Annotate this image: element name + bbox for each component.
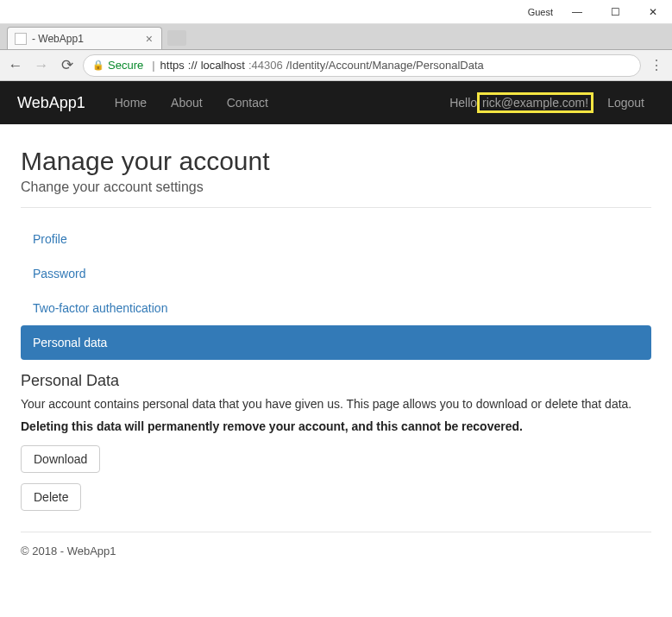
new-tab-button[interactable] — [167, 30, 186, 46]
divider — [21, 207, 651, 208]
maximize-button[interactable]: ☐ — [596, 0, 634, 24]
page-subtitle: Change your account settings — [21, 179, 651, 195]
addr-separator: | — [152, 59, 154, 72]
url-path: /Identity/Account/Manage/PersonalData — [286, 59, 484, 72]
manage-nav-twofactor-link[interactable]: Two-factor authentication — [33, 301, 167, 315]
tab-title: - WebApp1 — [32, 33, 144, 45]
section-body: Your account contains personal data that… — [21, 397, 651, 411]
favicon-icon — [15, 33, 27, 45]
guest-label: Guest — [528, 7, 553, 17]
page-content: Manage your account Change your account … — [0, 124, 672, 578]
nav-logout[interactable]: Logout — [597, 81, 655, 124]
manage-nav-twofactor[interactable]: Two-factor authentication — [21, 291, 651, 325]
app-navbar: WebApp1 Home About Contact Hello rick@ex… — [0, 81, 672, 124]
close-tab-icon[interactable]: × — [144, 32, 154, 46]
nav-contact[interactable]: Contact — [215, 81, 280, 124]
address-bar[interactable]: 🔒 Secure | https://localhost:44306/Ident… — [83, 54, 641, 77]
back-button[interactable]: ← — [5, 55, 26, 76]
download-button[interactable]: Download — [21, 445, 100, 473]
url-host: localhost — [201, 59, 245, 72]
nav-hello[interactable]: Hello rick@example.com! — [439, 81, 597, 124]
browser-tab[interactable]: - WebApp1 × — [7, 27, 162, 49]
manage-nav: Profile Password Two-factor authenticati… — [21, 222, 651, 360]
manage-nav-personaldata[interactable]: Personal data — [21, 325, 651, 360]
user-email: rick@example.com! — [477, 92, 593, 113]
close-window-button[interactable]: ✕ — [634, 0, 672, 24]
manage-nav-password[interactable]: Password — [21, 256, 651, 291]
page-footer: © 2018 - WebApp1 — [21, 532, 651, 557]
manage-nav-profile-link[interactable]: Profile — [33, 232, 67, 246]
section-warning: Deleting this data will permanently remo… — [21, 419, 651, 433]
forward-button[interactable]: → — [31, 55, 52, 76]
url-port: :44306 — [248, 59, 283, 72]
reload-button[interactable]: ⟳ — [57, 55, 78, 76]
manage-nav-password-link[interactable]: Password — [33, 267, 85, 280]
browser-toolbar: ← → ⟳ 🔒 Secure | https://localhost:44306… — [0, 50, 672, 81]
page-title: Manage your account — [21, 147, 651, 176]
nav-home[interactable]: Home — [103, 81, 159, 124]
browser-tab-strip: - WebApp1 × — [0, 24, 672, 50]
manage-nav-profile[interactable]: Profile — [21, 222, 651, 256]
brand[interactable]: WebApp1 — [17, 94, 85, 112]
section-heading: Personal Data — [21, 372, 651, 390]
lock-icon: 🔒 — [92, 60, 104, 71]
nav-about[interactable]: About — [159, 81, 215, 124]
secure-label: Secure — [108, 59, 143, 72]
hello-prefix: Hello — [449, 96, 477, 110]
os-titlebar: Guest — ☐ ✕ — [0, 0, 672, 24]
url-scheme: https — [160, 59, 185, 72]
browser-menu-button[interactable]: ⋮ — [646, 55, 667, 76]
manage-nav-personaldata-link[interactable]: Personal data — [33, 336, 107, 349]
minimize-button[interactable]: — — [558, 0, 596, 24]
delete-button[interactable]: Delete — [21, 483, 81, 511]
